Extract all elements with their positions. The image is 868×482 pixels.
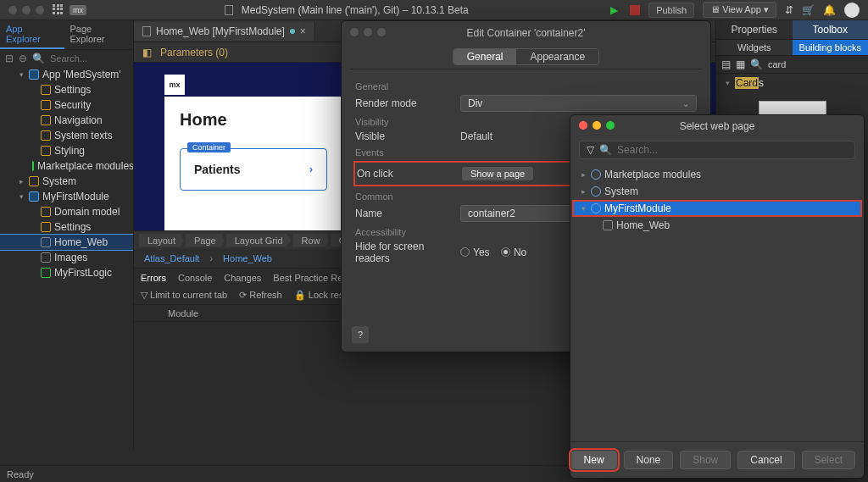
dialog-tab-general[interactable]: General (453, 49, 517, 64)
tree-item[interactable]: Home_Web (0, 235, 133, 250)
filter-icon[interactable]: ⊟ (5, 53, 14, 64)
tab-properties[interactable]: Properties (716, 20, 793, 39)
container-label: Patients (194, 163, 240, 176)
tab-changes[interactable]: Changes (224, 273, 261, 283)
node-icon (32, 161, 34, 171)
apps-grid-icon[interactable] (53, 4, 64, 16)
breadcrumb-crumb[interactable]: Row (293, 234, 329, 247)
tree-item[interactable]: Settings (0, 82, 133, 97)
subtab-building-blocks[interactable]: Building blocks (793, 40, 869, 55)
tree-item-label: System (42, 175, 76, 187)
collapse-icon[interactable]: ⊖ (19, 53, 27, 64)
tree-item[interactable]: System texts (0, 128, 133, 143)
git-icon[interactable]: ⇵ (785, 4, 793, 16)
select-tree-item[interactable]: ▸Marketplace modules (572, 166, 862, 183)
bell-icon[interactable]: 🔔 (823, 4, 836, 16)
filter-limit[interactable]: ▽ Limit to current tab (141, 290, 227, 301)
filter-icon[interactable]: ▽ (587, 144, 594, 156)
container-patients[interactable]: Container Patients › (180, 148, 327, 191)
help-button[interactable]: ? (352, 326, 369, 343)
tree-item[interactable]: Marketplace modules (0, 158, 133, 174)
tab-console[interactable]: Console (178, 273, 212, 283)
node-icon (29, 191, 39, 202)
dialog-min-dot[interactable] (364, 28, 372, 36)
radio-yes[interactable] (460, 247, 470, 257)
node-icon (41, 237, 51, 247)
tree-item[interactable]: Navigation (0, 113, 133, 128)
page-icon (603, 220, 613, 230)
grid-view-icon[interactable]: ▦ (736, 58, 745, 70)
subtab-widgets[interactable]: Widgets (716, 40, 793, 55)
tree-item[interactable]: Settings (0, 219, 133, 235)
editor-tab-home-web[interactable]: Home_Web [MyFirstModule] × (134, 22, 315, 41)
tree-item[interactable]: ▾MyFirstModule (0, 189, 133, 204)
cart-icon[interactable]: 🛒 (802, 4, 815, 16)
filter-limit-label: Limit to current tab (150, 290, 227, 300)
tree-item[interactable]: Domain model (0, 204, 133, 219)
select-search-input[interactable] (617, 144, 848, 156)
select-web-page-dialog: Select web page ▽ 🔍 ▸Marketplace modules… (570, 114, 865, 479)
close-dot[interactable] (579, 121, 587, 130)
label-hide-sr: Hide for screen readers (355, 241, 460, 264)
toolbox-search-input[interactable] (768, 59, 868, 69)
doc-icon (142, 26, 151, 36)
min-dot[interactable] (593, 121, 601, 130)
none-button[interactable]: None (624, 451, 674, 469)
cat-match: Card (735, 77, 759, 89)
node-icon (29, 176, 39, 186)
search-icon: 🔍 (32, 53, 45, 64)
close-dot[interactable] (8, 6, 17, 14)
tree-item[interactable]: Styling (0, 143, 133, 158)
params-icon: ◧ (142, 47, 152, 58)
tab-errors[interactable]: Errors (141, 273, 166, 283)
bread-atlas[interactable]: Atlas_Default (144, 253, 199, 263)
show-button[interactable]: Show (680, 451, 731, 469)
dialog-max-dot[interactable] (377, 28, 386, 36)
node-icon (41, 268, 51, 278)
filter-refresh[interactable]: ⟳ Refresh (239, 290, 282, 301)
node-icon (41, 207, 51, 217)
tab-page-explorer[interactable]: Page Explorer (64, 20, 133, 49)
page-preview[interactable]: mx Home Container Patients › (164, 97, 342, 230)
dialog-title: Edit Container 'container2' (467, 27, 586, 39)
bread-homeweb[interactable]: Home_Web (223, 253, 272, 263)
stop-button[interactable] (630, 5, 640, 15)
list-icon[interactable]: ▤ (721, 58, 731, 70)
tree-item-label: System texts (54, 130, 113, 141)
radio-no[interactable] (501, 247, 510, 257)
node-icon (41, 252, 51, 263)
tab-app-explorer[interactable]: App Explorer (0, 20, 64, 49)
run-button[interactable]: ▶ (607, 3, 621, 18)
dialog-tab-appearance[interactable]: Appearance (516, 49, 598, 64)
new-button[interactable]: New (571, 451, 617, 469)
select-tree-item[interactable]: ▾MyFirstModule (572, 200, 862, 217)
max-dot[interactable] (606, 121, 615, 130)
breadcrumb-crumb[interactable]: Layout (139, 234, 184, 247)
tree-item[interactable]: Images (0, 250, 133, 265)
dialog-close-dot[interactable] (350, 28, 359, 36)
max-dot[interactable] (36, 6, 44, 14)
breadcrumb-crumb[interactable]: Page (186, 234, 225, 247)
tree-item[interactable]: MyFirstLogic (0, 265, 133, 280)
avatar[interactable] (844, 3, 860, 18)
toolbox-subtabs: Widgets Building blocks (716, 40, 868, 56)
min-dot[interactable] (22, 6, 31, 14)
select-tree-item[interactable]: Home_Web (572, 217, 862, 234)
tree-item[interactable]: Security (0, 97, 133, 113)
close-tab-icon[interactable]: × (300, 25, 306, 37)
params-label[interactable]: Parameters (0) (160, 47, 228, 58)
publish-button[interactable]: Publish (648, 3, 694, 18)
title-toolbar: ▶ Publish 🖥 View App ▾ ⇵ 🛒 🔔 (607, 2, 868, 18)
tree-item[interactable]: ▸System (0, 174, 133, 189)
render-mode-select[interactable]: Div⌄ (460, 95, 697, 112)
toolbox-category-cards[interactable]: ▾ Cards (716, 74, 868, 92)
breadcrumb-crumb[interactable]: Layout Grid (226, 234, 292, 247)
select-tree-item[interactable]: ▸System (572, 183, 862, 200)
view-app-button[interactable]: 🖥 View App ▾ (703, 2, 776, 18)
select-button[interactable]: Select (802, 451, 855, 469)
cancel-button[interactable]: Cancel (737, 451, 794, 469)
tree-item[interactable]: ▾App 'MedSystem' (0, 67, 133, 82)
tab-toolbox[interactable]: Toolbox (793, 20, 869, 39)
doc-icon (225, 5, 233, 15)
onclick-value-pill[interactable]: Show a page (462, 167, 533, 180)
